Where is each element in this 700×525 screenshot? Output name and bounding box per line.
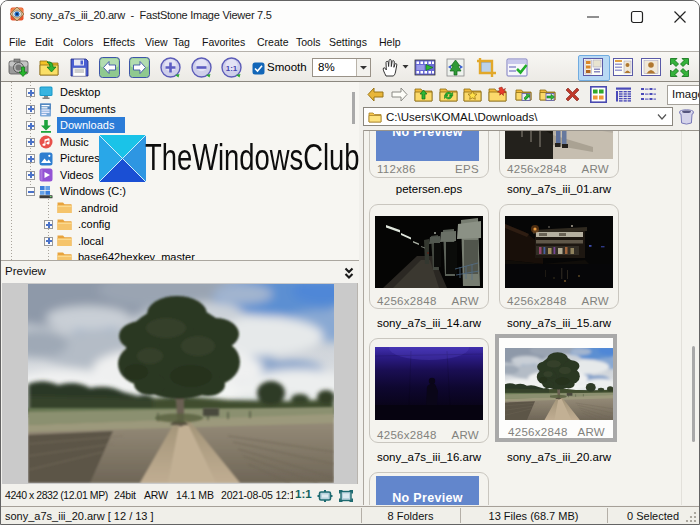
- svg-text:1:1: 1:1: [226, 64, 238, 73]
